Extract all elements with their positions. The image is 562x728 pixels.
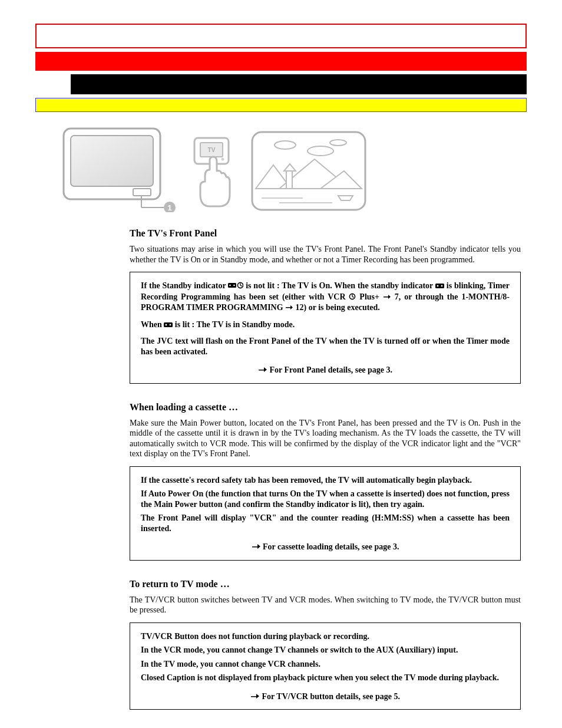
opt2-text: If the cassette's record safety tab has … — [141, 475, 510, 486]
opt3-ref: For TV/VCR button details, see page 5. — [262, 692, 400, 701]
svg-point-13 — [308, 146, 333, 156]
svg-text:TV: TV — [208, 147, 216, 153]
hand-pointing-icon — [383, 292, 391, 303]
opt1-text: The JVC text will flash on the Front Pan… — [141, 336, 510, 357]
option-box-standby: If the Standby indicator is not lit : Th… — [130, 272, 521, 384]
cassette-icon — [164, 320, 173, 331]
opt1-text: When — [141, 320, 164, 329]
cassette-icon — [435, 281, 444, 292]
svg-point-12 — [330, 140, 346, 146]
hand-pointing-icon — [250, 692, 260, 703]
opt1-text: Plus+ — [359, 292, 383, 301]
opt3-text: Closed Caption is not displayed from pla… — [141, 673, 510, 683]
opt1-text: If the Standby indicator — [141, 281, 228, 290]
svg-point-26 — [441, 285, 443, 287]
hand-pointing-icon — [252, 542, 261, 553]
opt3-text: In the TV mode, you cannot change VCR ch… — [141, 659, 510, 670]
svg-point-11 — [275, 141, 296, 149]
opt3-text: TV/VCR Button does not function during p… — [141, 631, 510, 642]
opt2-ref: For cassette loading details, see page 3… — [263, 542, 399, 551]
svg-point-20 — [233, 285, 235, 286]
option-box-tvvcr: TV/VCR Button does not function during p… — [130, 622, 521, 710]
svg-rect-1 — [71, 136, 153, 186]
figure-row: 1 TV — [59, 124, 527, 212]
opt1-text: is lit : — [175, 320, 197, 329]
svg-rect-24 — [435, 284, 444, 288]
svg-point-19 — [229, 285, 231, 286]
section-title: To return to TV mode … — [130, 578, 521, 590]
opt1-text: is not lit : The TV is On. When the stan… — [246, 281, 435, 290]
tv-button-press-figure: TV — [190, 136, 237, 212]
clock-icon — [349, 292, 356, 303]
header-bar-yellow — [35, 98, 527, 112]
tv-screen-picture-figure — [250, 130, 368, 212]
opt1-text: The TV is in Standby mode. — [197, 320, 295, 329]
figure-marker-1: 1 — [167, 203, 171, 212]
cassette-clock-icon — [228, 281, 243, 292]
section-body: The TV/VCR button switches between TV an… — [130, 595, 521, 615]
svg-point-31 — [166, 324, 167, 325]
svg-rect-18 — [228, 283, 236, 288]
hand-pointing-icon — [285, 303, 293, 314]
svg-point-32 — [170, 324, 171, 325]
svg-line-29 — [352, 297, 354, 298]
opt1-ref: For Front Panel details, see page 3. — [269, 365, 392, 374]
svg-line-23 — [240, 285, 242, 286]
header-bar-red-outline — [35, 24, 527, 48]
svg-point-9 — [222, 158, 224, 161]
section-tv-mode: To return to TV mode … The TV/VCR button… — [130, 578, 521, 710]
section-body: Two situations may arise in which you wi… — [130, 244, 521, 265]
option-box-cassette: If the cassette's record safety tab has … — [130, 466, 521, 561]
header-bar-black — [71, 74, 527, 94]
section-body: Make sure the Main Power button, located… — [130, 418, 521, 459]
opt3-text: In the VCR mode, you cannot change TV ch… — [141, 645, 510, 655]
opt1-text: 12) or is being executed. — [296, 303, 380, 312]
svg-point-25 — [437, 285, 439, 287]
header-bar-red — [35, 52, 527, 71]
svg-rect-15 — [286, 171, 292, 189]
tv-front-panel-figure: 1 — [59, 124, 177, 212]
section-title: The TV's Front Panel — [130, 228, 521, 239]
section-title: When loading a cassette … — [130, 401, 521, 413]
hand-pointing-icon — [258, 365, 267, 376]
svg-rect-30 — [164, 322, 173, 327]
opt2-text: If Auto Power On (the function that turn… — [141, 489, 510, 509]
svg-rect-2 — [133, 189, 151, 196]
section-loading-cassette: When loading a cassette … Make sure the … — [130, 401, 521, 561]
opt2-text: The Front Panel will display "VCR" and t… — [141, 513, 510, 533]
section-front-panel: The TV's Front Panel Two situations may … — [130, 228, 521, 384]
